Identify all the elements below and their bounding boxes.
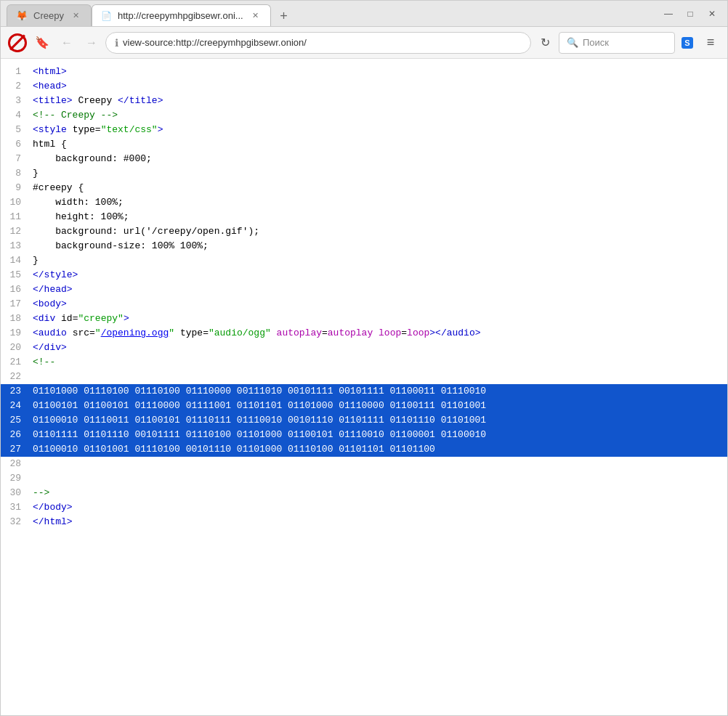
source-line: 22 [1, 370, 727, 384]
source-line: 18 <div id="creepy"> [1, 312, 727, 326]
source-line: 21 <!-- [1, 355, 727, 370]
source-line: 8 } [1, 166, 727, 181]
source-line: 3 <title> Creepy </title> [1, 94, 727, 108]
source-line: 14 } [1, 253, 727, 268]
source-line-selected: 23 01101000 01110100 01110100 01110000 0… [1, 384, 727, 399]
svg-text:S: S [684, 38, 689, 47]
no-sign-icon [7, 32, 28, 54]
address-bar: 🔖 ← → ℹ view-source:http://creepymhpgibs… [1, 27, 727, 59]
source-line: 12 background: url('/creepy/open.gif'); [1, 224, 727, 239]
back-button[interactable]: ← [56, 32, 78, 54]
source-line: 28 [1, 457, 727, 471]
minimize-button[interactable]: — [659, 4, 678, 23]
source-line: 6 html { [1, 137, 727, 152]
window-controls: — □ ✕ [659, 4, 721, 23]
tab1-label: Creepy [33, 10, 64, 21]
source-line: 7 background: #000; [1, 152, 727, 166]
source-line-selected: 24 01100101 01100101 01110000 01111001 0… [1, 399, 727, 413]
sync-icon[interactable]: S [678, 33, 697, 52]
audio-src-link[interactable]: /opening.ogg [101, 328, 169, 338]
info-icon: ℹ [115, 37, 118, 49]
search-icon: 🔍 [567, 37, 578, 48]
source-line-selected: 26 01101111 01101110 00101111 01110100 0… [1, 428, 727, 442]
tab-creepy[interactable]: 🦊 Creepy ✕ [7, 4, 92, 26]
source-line: 17 <body> [1, 297, 727, 312]
source-line: 29 [1, 471, 727, 486]
source-line: 16 </head> [1, 282, 727, 297]
content-area: 1 <html> 2 <head> 3 <title> Creepy </tit… [1, 59, 727, 715]
tab2-label: http://creepymhpgibsewr.oni... [118, 10, 243, 21]
source-line-selected: 27 01100010 01101001 01110100 00101110 0… [1, 442, 727, 457]
shield-icon[interactable]: 🔖 [31, 32, 53, 54]
refresh-button[interactable]: ↻ [534, 32, 556, 54]
maximize-button[interactable]: □ [681, 4, 700, 23]
source-line: 30 --> [1, 486, 727, 500]
url-text: view-source:http://creepymhpgibsewr.onio… [123, 37, 307, 48]
source-line: 1 <html> [1, 65, 727, 79]
source-line: 4 <!-- Creepy --> [1, 108, 727, 123]
tab-group: 🦊 Creepy ✕ 📄 http://creepymhpgibsewr.oni… [7, 1, 659, 26]
source-line: 10 width: 100%; [1, 195, 727, 210]
source-line: 19 <audio src="/opening.ogg" type="audio… [1, 326, 727, 341]
source-line: 32 </html> [1, 515, 727, 529]
source-line: 11 height: 100%; [1, 210, 727, 224]
source-line: 13 background-size: 100% 100%; [1, 239, 727, 253]
tab-source[interactable]: 📄 http://creepymhpgibsewr.oni... ✕ [92, 4, 271, 26]
source-line: 31 </body> [1, 500, 727, 515]
source-line: 5 <style type="text/css"> [1, 123, 727, 137]
source-line: 9 #creepy { [1, 181, 727, 195]
url-bar[interactable]: ℹ view-source:http://creepymhpgibsewr.on… [105, 32, 531, 54]
tab1-close-icon[interactable]: ✕ [70, 9, 82, 22]
forward-button[interactable]: → [81, 32, 102, 54]
source-line: 15 </style> [1, 268, 727, 282]
search-bar[interactable]: 🔍 Поиск [559, 32, 675, 54]
search-placeholder: Поиск [583, 37, 609, 48]
source-line: 20 </div> [1, 341, 727, 355]
source-line-selected: 25 01100010 01110011 01100101 01110111 0… [1, 413, 727, 428]
menu-button[interactable]: ≡ [700, 32, 721, 54]
title-bar: 🦊 Creepy ✕ 📄 http://creepymhpgibsewr.oni… [1, 1, 727, 27]
new-tab-button[interactable]: + [274, 6, 294, 26]
tab2-favicon: 📄 [101, 11, 112, 21]
tab2-close-icon[interactable]: ✕ [249, 9, 262, 22]
close-button[interactable]: ✕ [703, 4, 721, 23]
tab1-favicon: 🦊 [16, 10, 28, 21]
browser-frame: 🦊 Creepy ✕ 📄 http://creepymhpgibsewr.oni… [0, 0, 728, 716]
source-line: 2 <head> [1, 79, 727, 94]
source-view: 1 <html> 2 <head> 3 <title> Creepy </tit… [1, 65, 727, 529]
